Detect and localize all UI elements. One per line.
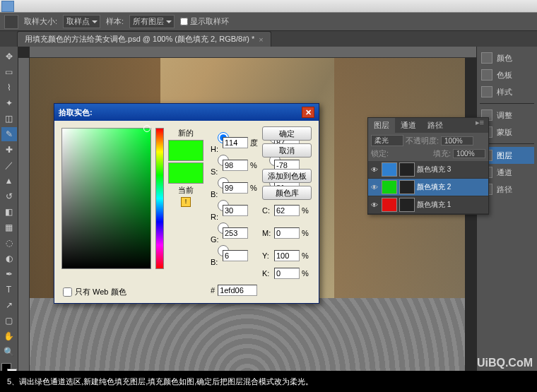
web-only-checkbox[interactable]: 只有 Web 颜色 — [63, 287, 126, 297]
hex-label: # — [211, 286, 215, 295]
gamut-warning-icon[interactable]: ! — [181, 197, 191, 207]
sample-size-select[interactable]: 取样点 — [63, 15, 100, 28]
path-tool[interactable]: ↗ — [1, 298, 17, 312]
show-sample-ring-label: 显示取样环 — [190, 16, 229, 27]
layer-thumb[interactable] — [382, 198, 397, 212]
layer-name[interactable]: 颜色填充 2 — [417, 182, 451, 192]
heal-tool[interactable]: ✚ — [1, 143, 17, 157]
layer-thumb[interactable] — [382, 162, 397, 177]
color-picker-dialog: 拾取实色: ✕ 新的 当前 ! H: 度 L: S: % a: — [54, 103, 319, 304]
tool-preset[interactable] — [4, 15, 18, 29]
layer-mask-thumb[interactable] — [399, 180, 415, 194]
marquee-tool[interactable]: ▭ — [1, 65, 17, 79]
layers-tab[interactable]: 图层 — [368, 118, 395, 133]
visibility-toggle[interactable]: 👁 — [370, 182, 379, 192]
h-radio[interactable]: H: — [211, 132, 220, 153]
blend-mode-select[interactable]: 柔光 — [371, 135, 403, 146]
layer-row[interactable]: 👁 颜色填充 2 — [368, 179, 488, 196]
new-color-swatch — [168, 140, 203, 161]
menubar[interactable] — [0, 0, 537, 13]
visibility-toggle[interactable]: 👁 — [370, 200, 379, 210]
c-input[interactable] — [274, 205, 300, 216]
s-radio[interactable]: S: — [211, 155, 220, 176]
b-hsb-input[interactable] — [223, 182, 248, 194]
brush-tool[interactable]: ／ — [1, 158, 17, 172]
dodge-tool[interactable]: ◐ — [1, 251, 17, 266]
tutorial-caption: 5、调出绿色通道选区,新建纯色填充图层,填充颜色如图,确定后把图层混合模式改为柔… — [0, 371, 537, 392]
type-tool[interactable]: T — [1, 283, 17, 297]
add-swatch-button[interactable]: 添加到色板 — [262, 169, 312, 183]
pen-tool[interactable]: ✒ — [1, 267, 17, 281]
ruler-horizontal — [30, 47, 476, 58]
document-tabbar: 用填充颜色的方法给美女调色.psd @ 100% (颜色填充 2, RGB/8#… — [0, 31, 537, 47]
g-input[interactable] — [223, 227, 248, 239]
panel-color[interactable]: 颜色 — [480, 49, 534, 66]
document-tab[interactable]: 用填充颜色的方法给美女调色.psd @ 100% (颜色填充 2, RGB/8#… — [17, 31, 271, 47]
blur-tool[interactable]: ◌ — [1, 236, 17, 250]
current-color-label: 当前 — [178, 185, 194, 196]
r-radio[interactable]: R: — [211, 200, 220, 221]
show-sample-ring[interactable]: 显示取样环 — [180, 16, 229, 27]
sample-select[interactable]: 所有图层 — [129, 15, 175, 28]
panel-styles[interactable]: 样式 — [480, 83, 534, 100]
layer-name[interactable]: 颜色填充 1 — [417, 200, 451, 210]
close-button[interactable]: ✕ — [302, 107, 314, 118]
layers-panel: 图层 通道 路径 ▸≡ 柔光 不透明度: 100% 锁定: 填充: 100% 👁… — [367, 117, 489, 215]
sample-label: 样本: — [106, 16, 124, 27]
styles-icon — [481, 86, 492, 97]
watermark: UiBQ.CoM — [477, 357, 533, 369]
stamp-tool[interactable]: ▲ — [1, 174, 17, 188]
wand-tool[interactable]: ✦ — [1, 96, 17, 110]
picker-cursor — [143, 125, 151, 132]
layer-list: 👁 颜色填充 3 👁 颜色填充 2 👁 颜色填充 1 — [368, 161, 488, 214]
right-panels: 颜色 色板 样式 调整 蒙版 图层 通道 路径 — [476, 47, 537, 392]
y-input[interactable] — [274, 250, 300, 261]
color-lib-button[interactable]: 颜色库 — [262, 186, 312, 200]
b-hsb-radio[interactable]: B: — [211, 177, 220, 198]
layer-thumb[interactable] — [382, 180, 397, 194]
layer-row[interactable]: 👁 颜色填充 3 — [368, 161, 488, 179]
layer-mask-thumb[interactable] — [399, 162, 415, 177]
saturation-brightness-picker[interactable] — [61, 128, 151, 269]
layer-mask-thumb[interactable] — [399, 198, 415, 212]
panel-menu-icon[interactable]: ▸≡ — [471, 118, 488, 133]
color-icon — [481, 52, 492, 64]
b-rgb-radio[interactable]: B: — [211, 245, 220, 266]
paths-tab[interactable]: 路径 — [422, 118, 449, 133]
panel-swatches[interactable]: 色板 — [480, 66, 534, 83]
eyedropper-tool[interactable]: ✎ — [1, 127, 17, 141]
hex-input[interactable] — [218, 285, 257, 296]
dialog-titlebar[interactable]: 拾取实色: ✕ — [54, 104, 319, 121]
fill-value[interactable]: 100% — [453, 149, 485, 158]
close-icon[interactable]: × — [259, 35, 263, 44]
hand-tool[interactable]: ✋ — [1, 329, 17, 343]
k-input[interactable] — [274, 268, 300, 279]
m-input[interactable] — [274, 227, 300, 239]
layer-name[interactable]: 颜色填充 3 — [417, 165, 451, 174]
crop-tool[interactable]: ◫ — [1, 112, 17, 126]
ruler-vertical — [18, 58, 30, 392]
lasso-tool[interactable]: ⌇ — [1, 81, 17, 95]
show-sample-ring-checkbox[interactable] — [180, 18, 188, 25]
layer-row[interactable]: 👁 颜色填充 1 — [368, 196, 488, 214]
hue-slider[interactable] — [155, 128, 164, 269]
visibility-toggle[interactable]: 👁 — [370, 165, 379, 174]
b-rgb-input[interactable] — [223, 250, 248, 261]
channels-tab[interactable]: 通道 — [395, 118, 422, 133]
opacity-value[interactable]: 100% — [441, 136, 473, 145]
app-icon[interactable] — [1, 1, 14, 12]
eraser-tool[interactable]: ◧ — [1, 205, 17, 219]
zoom-tool[interactable]: 🔍 — [1, 345, 17, 359]
h-input[interactable] — [223, 137, 248, 148]
g-radio[interactable]: G: — [211, 222, 220, 244]
ok-button[interactable]: 确定 — [262, 126, 312, 141]
cancel-button[interactable]: 取消 — [262, 143, 312, 158]
sample-size-label: 取样大小: — [24, 16, 57, 27]
gradient-tool[interactable]: ▦ — [1, 220, 17, 234]
move-tool[interactable]: ✥ — [1, 49, 17, 64]
shape-tool[interactable]: ▢ — [1, 314, 17, 328]
history-brush-tool[interactable]: ↺ — [1, 189, 17, 203]
lock-label: 锁定: — [371, 148, 389, 159]
s-input[interactable] — [223, 160, 248, 171]
r-input[interactable] — [223, 205, 248, 216]
